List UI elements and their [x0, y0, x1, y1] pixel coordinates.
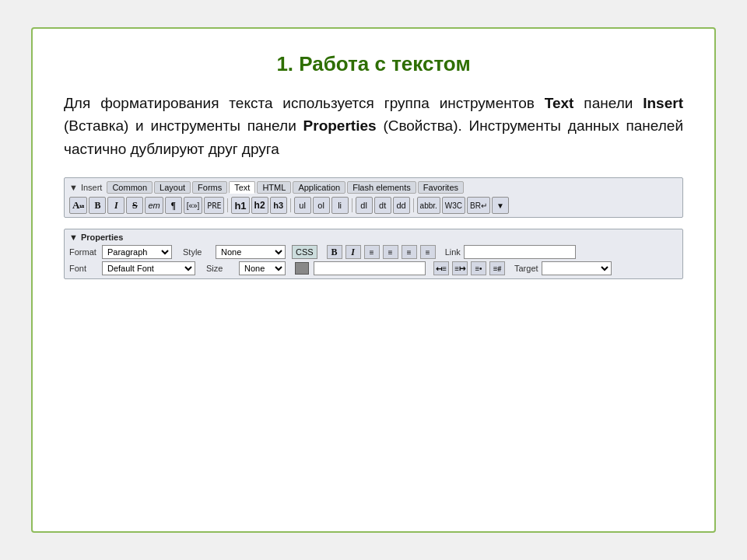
tool-para[interactable]: ¶ [165, 197, 182, 214]
tool-abbr[interactable]: abbr. [417, 197, 440, 214]
align-right-button[interactable]: ≡ [402, 245, 417, 259]
tool-w3c[interactable]: W3C [442, 197, 465, 214]
align-justify-button[interactable]: ≡ [420, 245, 436, 259]
align-center-button[interactable]: ≡ [383, 245, 398, 259]
style-label: Style [183, 247, 212, 257]
tab-html[interactable]: HTML [257, 181, 291, 194]
slide-container: 1. Работа с текстом Для форматирования т… [31, 27, 716, 533]
target-label: Target [514, 264, 538, 273]
tool-s[interactable]: S [126, 197, 143, 214]
tab-common[interactable]: Common [107, 181, 153, 194]
tool-ol[interactable]: ol [313, 197, 330, 214]
bold-button[interactable]: B [327, 245, 342, 259]
link-input[interactable] [464, 245, 576, 259]
indent-out-button[interactable]: ↤≡ [433, 261, 449, 275]
tool-i[interactable]: I [107, 197, 124, 214]
target-select[interactable]: _blank _self [542, 261, 612, 275]
tool-ul[interactable]: ul [294, 197, 311, 214]
unordered-list-button[interactable]: ≡• [471, 261, 486, 275]
body-text-3: (Вставка) и инструменты панели [64, 117, 303, 134]
tool-br[interactable]: BR↵ [467, 197, 490, 214]
tab-forms[interactable]: Forms [192, 181, 227, 194]
properties-panel: ▼ Properties Format Paragraph Heading 1 … [64, 229, 683, 279]
properties-rows: Format Paragraph Heading 1 Heading 2 Non… [69, 245, 678, 275]
insert-panel-tabs: ▼ Insert Common Layout Forms Text HTML A… [69, 181, 678, 194]
font-label: Font [69, 264, 99, 273]
props-arrow-icon: ▼ [69, 233, 78, 242]
css-button[interactable]: CSS [292, 245, 317, 259]
slide-title: 1. Работа с текстом [64, 52, 683, 76]
tool-blockquote[interactable]: [«»] [184, 197, 203, 214]
insert-toolbar: A₁₂ B I S em ¶ [«»] PRE h1 h2 h3 ul ol l… [69, 197, 678, 214]
tool-b[interactable]: B [89, 197, 106, 214]
format-label: Format [69, 247, 99, 257]
tool-a[interactable]: A₁₂ [69, 197, 87, 214]
props-row-1: Format Paragraph Heading 1 Heading 2 Non… [69, 245, 678, 259]
align-left-button[interactable]: ≡ [364, 245, 380, 259]
tool-li[interactable]: li [331, 197, 349, 214]
separator-4 [413, 198, 414, 212]
tool-h3[interactable]: h3 [270, 197, 287, 214]
props-title: Properties [81, 233, 123, 242]
size-label: Size [206, 264, 236, 273]
tool-dd[interactable]: dd [393, 197, 410, 214]
color-value-input[interactable] [314, 261, 426, 275]
body-bold-text: Text [545, 95, 574, 111]
tab-flash[interactable]: Flash elements [347, 181, 416, 194]
body-text-1: Для форматирования текста используется г… [64, 95, 545, 111]
tool-dl[interactable]: dl [356, 197, 373, 214]
link-label: Link [445, 247, 461, 257]
properties-header: ▼ Properties [69, 233, 678, 242]
insert-panel: ▼ Insert Common Layout Forms Text HTML A… [64, 177, 683, 218]
body-bold-insert: Insert [643, 95, 683, 111]
format-select[interactable]: Paragraph Heading 1 Heading 2 None [102, 245, 172, 259]
style-select[interactable]: None [216, 245, 286, 259]
tool-h2[interactable]: h2 [251, 197, 268, 214]
props-row-2: Font Default Font Arial Times New Roman … [69, 261, 678, 275]
triangle-icon: ▼ [69, 183, 78, 192]
indent-in-button[interactable]: ≡↦ [452, 261, 468, 275]
tool-pre[interactable]: PRE [204, 197, 224, 214]
separator-1 [227, 198, 228, 212]
tab-layout[interactable]: Layout [154, 181, 191, 194]
body-bold-props: Properties [303, 117, 377, 134]
insert-label-text: Insert [81, 183, 103, 192]
slide-body: Для форматирования текста используется г… [64, 92, 683, 160]
italic-button[interactable]: I [345, 245, 361, 259]
separator-2 [290, 198, 291, 212]
ordered-list-button[interactable]: ≡# [489, 261, 505, 275]
separator-3 [352, 198, 352, 212]
tab-application[interactable]: Application [293, 181, 345, 194]
size-select[interactable]: None 123 [239, 261, 286, 275]
insert-panel-label[interactable]: ▼ Insert [69, 183, 102, 192]
tool-em[interactable]: em [145, 197, 163, 214]
tool-h1[interactable]: h1 [231, 197, 249, 214]
font-select[interactable]: Default Font Arial Times New Roman [102, 261, 195, 275]
tool-dt[interactable]: dt [374, 197, 391, 214]
tab-favorites[interactable]: Favorites [418, 181, 464, 194]
tool-more[interactable]: ▼ [492, 197, 509, 214]
color-swatch[interactable] [295, 262, 309, 275]
body-text-2: панели [573, 95, 643, 111]
tab-text[interactable]: Text [229, 181, 255, 194]
